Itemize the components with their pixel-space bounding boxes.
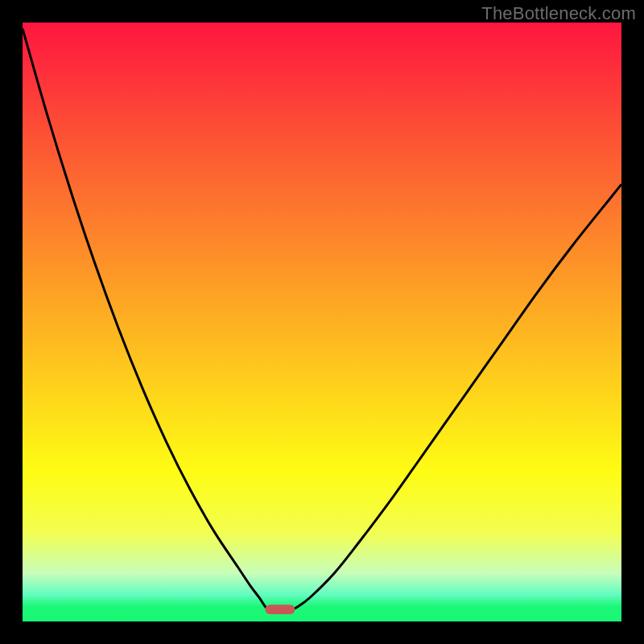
bottleneck-curve-chart [23,23,621,621]
gradient-background [23,23,621,621]
chart-frame [23,23,621,621]
bottom-pill-marker [265,605,295,614]
watermark-text: TheBottleneck.com [481,3,636,24]
